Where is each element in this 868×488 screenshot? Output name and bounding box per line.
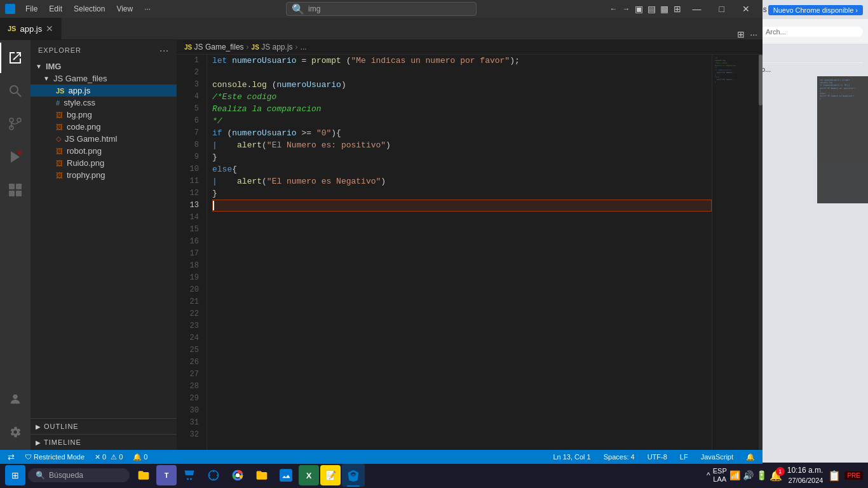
code-line-3: console.log (numeroUsuario) — [212, 79, 712, 91]
svg-point-14 — [236, 473, 240, 478]
line-numbers: 1 2 3 4 5 6 7 8 9 10 11 12 13 14 15 16 1 — [177, 55, 207, 450]
code-line-13[interactable] — [212, 200, 712, 212]
css-icon: # — [56, 99, 60, 107]
nav-back-btn[interactable]: ← — [609, 4, 619, 14]
breadcrumb-appjs[interactable]: JS JS app.js — [252, 43, 293, 51]
sidebar-section-timeline: ▶ TIMELINE — [31, 434, 177, 450]
restricted-mode-btn[interactable]: 🛡 Restricted Mode — [22, 450, 87, 464]
taskbar-app-filemanager[interactable] — [250, 464, 273, 487]
layout-btn4[interactable]: ⊞ — [672, 4, 682, 14]
spaces-btn[interactable]: Spaces: 4 — [601, 450, 637, 464]
taskbar-app-teams[interactable]: T — [156, 465, 177, 485]
tree-file-ruidopng[interactable]: 🖼 Ruido.png — [31, 157, 177, 169]
minimap[interactable]: let console.log /*Este codigo Realiza la… — [712, 55, 763, 450]
more-actions-btn[interactable]: ··· — [750, 29, 757, 39]
code-line-9: } — [212, 151, 712, 163]
taskbar-app-photos[interactable] — [275, 464, 297, 487]
menu-selection[interactable]: Selection — [69, 3, 110, 15]
tree-file-jsgamehtml[interactable]: ◇ JS Game.html — [31, 133, 177, 145]
tab-close-btn[interactable]: ✕ — [46, 24, 53, 34]
volume-icon[interactable]: 🔊 — [743, 470, 754, 480]
layout-btn1[interactable]: ▣ — [634, 4, 644, 14]
taskbar-app-fileexplorer[interactable] — [132, 464, 155, 487]
titlebar-left: File Edit Selection View ··· — [5, 3, 156, 15]
language-btn[interactable]: JavaScript — [698, 450, 736, 464]
code-editor[interactable]: 1 2 3 4 5 6 7 8 9 10 11 12 13 14 15 16 1 — [177, 55, 763, 450]
activity-settings[interactable] — [0, 417, 31, 447]
errors-btn[interactable]: ✕ 0 ⚠ 0 — [92, 450, 125, 464]
close-btn[interactable]: ✕ — [735, 3, 757, 15]
activity-run[interactable] — [0, 142, 31, 172]
taskbar-clock[interactable]: 10:16 a.m. 27/06/2024 — [787, 465, 824, 485]
position-btn[interactable]: Ln 13, Col 1 — [550, 450, 593, 464]
activity-account[interactable] — [0, 384, 31, 414]
menu-view[interactable]: View — [111, 3, 138, 15]
tree-file-trophypng[interactable]: 🖼 trophy.png — [31, 169, 177, 181]
activity-extensions[interactable] — [0, 175, 31, 205]
tree-folder-jsgame[interactable]: ▼ JS Game_files — [31, 72, 177, 85]
split-editor-btn[interactable]: ⊞ — [737, 29, 745, 39]
taskbar-start-btn[interactable]: ⊞ — [5, 465, 25, 485]
code-line-31 — [212, 417, 712, 429]
activity-explorer[interactable] — [0, 43, 31, 73]
titlebar: File Edit Selection View ··· 🔍 img ← → ▣… — [0, 0, 763, 18]
taskbar-app-store[interactable] — [178, 464, 201, 487]
code-line-15 — [212, 224, 712, 236]
maximize-btn[interactable]: □ — [712, 3, 732, 15]
tree-file-bgpng[interactable]: 🖼 bg.png — [31, 109, 177, 121]
titlebar-menus: File Edit Selection View ··· — [20, 3, 156, 15]
noconfig-btn[interactable]: 🔔 0 — [130, 450, 150, 464]
encoding-btn[interactable]: UTF-8 — [645, 450, 670, 464]
line-num-25: 25 — [187, 344, 199, 356]
svg-point-2 — [10, 118, 13, 122]
code-lines[interactable]: let numeroUsuario = prompt ("Me indicas … — [207, 55, 712, 450]
chevron-up-icon[interactable]: ^ — [707, 471, 710, 480]
taskbar-app-stickynotes[interactable]: 📝 — [320, 465, 341, 485]
tree-file-stylecss[interactable]: # style.css — [31, 97, 177, 109]
menu-more[interactable]: ··· — [139, 3, 156, 15]
taskbar-app-vscode[interactable] — [342, 464, 365, 487]
nav-forward-btn[interactable]: → — [621, 4, 632, 14]
line-num-30: 30 — [187, 405, 199, 417]
taskbar-search-box[interactable]: 🔍 Búsqueda — [28, 468, 130, 482]
outline-header[interactable]: ▶ OUTLINE — [31, 419, 177, 434]
dev-indicator: PRE — [844, 471, 863, 480]
activity-source-control[interactable] — [0, 109, 31, 139]
line-num-31: 31 — [187, 417, 199, 429]
sidebar-more-icon[interactable]: ··· — [159, 45, 169, 55]
language-indicator[interactable]: ESP LAA — [713, 467, 727, 484]
sidebar-header-actions[interactable]: ··· — [159, 45, 169, 55]
minimize-btn[interactable]: — — [685, 3, 709, 15]
activity-search[interactable] — [0, 76, 31, 106]
menu-edit[interactable]: Edit — [44, 3, 67, 15]
timeline-header[interactable]: ▶ TIMELINE — [31, 435, 177, 450]
code-line-26 — [212, 356, 712, 369]
taskbar-app-edge[interactable] — [202, 464, 225, 487]
layout-btn3[interactable]: ▦ — [660, 4, 670, 14]
notification-btn[interactable]: 🔔 — [743, 450, 757, 464]
menu-file[interactable]: File — [20, 3, 43, 15]
breadcrumb-part2: JS app.js — [261, 43, 292, 51]
js-icon: JS — [56, 87, 64, 95]
wifi-icon[interactable]: 📶 — [729, 470, 740, 480]
position-label: Ln 13, Col 1 — [553, 453, 590, 461]
battery-icon[interactable]: 🔋 — [756, 470, 767, 480]
tab-appjs[interactable]: JS app.js ✕ — [0, 17, 62, 39]
breadcrumb-jsgame[interactable]: JS JS Game_files — [184, 43, 244, 51]
tree-file-codepng[interactable]: 🖼 code.png — [31, 121, 177, 133]
tree-file-robotpng[interactable]: 🖼 robot.png — [31, 145, 177, 157]
tree-root-img[interactable]: ▼ IMG — [31, 60, 177, 72]
warning-icon: ⚠ — [111, 453, 117, 461]
line-ending-label: LF — [680, 453, 688, 461]
taskbar-app-chrome[interactable] — [226, 464, 249, 487]
errors-count: 0 — [102, 453, 106, 461]
layout-btn2[interactable]: ▤ — [647, 4, 657, 14]
line-num-6: 6 — [187, 115, 199, 127]
titlebar-search[interactable]: 🔍 img — [286, 2, 477, 16]
notification-center-icon[interactable]: 📋 — [828, 470, 841, 482]
tree-file-appjs[interactable]: JS app.js — [31, 85, 177, 97]
code-line-18 — [212, 260, 712, 272]
remote-icon-btn[interactable]: ⇄ — [5, 450, 17, 464]
line-ending-btn[interactable]: LF — [677, 450, 691, 464]
taskbar-app-excel[interactable]: X — [299, 465, 319, 485]
